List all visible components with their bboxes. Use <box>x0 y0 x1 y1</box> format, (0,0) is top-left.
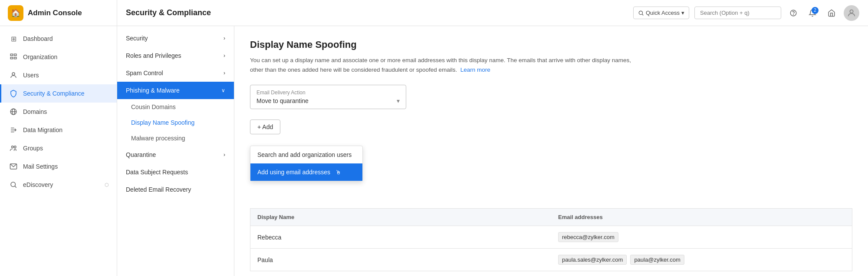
email-addresses-cell: rebecca@zylker.com <box>551 226 852 248</box>
sidebar-item-label: Groups <box>23 145 43 152</box>
chevron-down-icon: ∨ <box>221 87 225 93</box>
mail-icon <box>9 162 18 171</box>
sidebar-item-dashboard[interactable]: ⊞ Dashboard <box>0 30 117 48</box>
sidebar-item-label: Mail Settings <box>23 163 58 170</box>
dropdown-value: Move to quarantine <box>256 97 309 104</box>
sidebar-item-organization[interactable]: Organization <box>0 48 117 66</box>
sec-nav-malware-processing[interactable]: Malware processing <box>117 130 234 146</box>
sec-nav-spam-control[interactable]: Spam Control › <box>117 64 234 82</box>
sidebar-item-domains[interactable]: Domains <box>0 103 117 121</box>
sec-nav-label: Data Subject Requests <box>126 169 188 176</box>
sidebar-item-label: Organization <box>23 53 57 60</box>
sidebar-nav: ⊞ Dashboard Organization Users Security … <box>0 26 117 276</box>
chevron-right-icon: › <box>224 35 225 41</box>
svg-point-9 <box>14 146 16 148</box>
quick-access-button[interactable]: Quick Access ▾ <box>633 7 689 19</box>
cursor-icon: 🖱 <box>335 169 341 176</box>
shield-icon <box>9 89 18 98</box>
sec-nav-display-name-spoofing[interactable]: Display Name Spoofing <box>117 115 234 130</box>
users-icon <box>9 71 18 80</box>
migration-icon <box>9 126 18 134</box>
table-header: Display Name Email addresses <box>250 208 852 226</box>
search-org-users-option[interactable]: Search and add organization users <box>250 146 362 163</box>
search-input[interactable] <box>694 7 781 19</box>
sec-nav-cousin-domains[interactable]: Cousin Domains <box>117 99 234 115</box>
sec-nav-label: Deleted Email Recovery <box>126 186 191 193</box>
email-tag: rebecca@zylker.com <box>558 232 618 242</box>
sidebar-item-label: eDiscovery <box>23 181 53 188</box>
sidebar-item-groups[interactable]: Groups <box>0 139 117 157</box>
col-display-name: Display Name <box>250 209 551 226</box>
sec-nav-quarantine[interactable]: Quarantine › <box>117 146 234 163</box>
menu-item-label: Search and add organization users <box>257 151 352 158</box>
app-logo: 🏠 <box>8 5 23 21</box>
sec-nav-label: Spam Control <box>126 70 163 76</box>
table-row: Paula paula.sales@zylker.com paula@zylke… <box>250 248 852 271</box>
chevron-down-icon: ▾ <box>681 10 684 16</box>
sidebar-item-users[interactable]: Users <box>0 66 117 84</box>
sidebar-item-ediscovery[interactable]: eDiscovery ⬡ <box>0 176 117 194</box>
menu-item-label: Add using email addresses <box>257 169 330 176</box>
sec-nav-label: Quarantine <box>126 151 156 158</box>
add-email-addresses-option[interactable]: Add using email addresses 🖱 <box>250 163 362 181</box>
sec-nav-security[interactable]: Security › <box>117 30 234 47</box>
sidebar-item-security-compliance[interactable]: Security & Compliance <box>0 84 117 103</box>
sidebar-item-label: Domains <box>23 108 47 115</box>
sidebar-item-label: Dashboard <box>23 35 53 42</box>
svg-line-12 <box>15 186 16 187</box>
sec-nav-deleted-email-recovery[interactable]: Deleted Email Recovery <box>117 181 234 198</box>
email-tag: paula@zylker.com <box>630 255 684 265</box>
svg-rect-0 <box>10 54 13 56</box>
add-button[interactable]: + Add <box>250 120 280 134</box>
page-title: Security & Compliance <box>126 8 626 17</box>
sec-subnav-label: Display Name Spoofing <box>131 119 194 126</box>
chevron-down-icon: ▾ <box>397 97 400 104</box>
email-tag: paula.sales@zylker.com <box>558 255 627 265</box>
content-description: You can set up a display name and associ… <box>250 56 641 74</box>
home-button[interactable] <box>825 6 838 20</box>
left-sidebar: 🏠 Admin Console ⊞ Dashboard Organization… <box>0 0 117 276</box>
notifications-button[interactable]: 2 <box>806 6 819 20</box>
sidebar-header: 🏠 Admin Console <box>0 0 117 26</box>
svg-point-16 <box>793 14 794 15</box>
svg-line-14 <box>642 14 644 15</box>
chevron-right-icon: › <box>224 53 225 59</box>
content-title: Display Name Spoofing <box>250 39 852 50</box>
svg-point-17 <box>850 10 853 13</box>
main-content: Display Name Spoofing You can set up a d… <box>234 26 868 276</box>
sidebar-item-label: Data Migration <box>23 126 62 133</box>
sec-nav-phishing-malware[interactable]: Phishing & Malware ∨ <box>117 82 234 99</box>
sec-nav-label: Roles and Privileges <box>126 52 181 59</box>
user-avatar[interactable] <box>844 5 859 21</box>
help-button[interactable] <box>786 6 800 20</box>
quick-access-label: Quick Access <box>646 10 680 16</box>
top-header: Security & Compliance Quick Access ▾ 2 <box>117 0 868 26</box>
sec-nav-label: Security <box>126 35 148 42</box>
dropdown-label: Email Delivery Action <box>256 90 400 96</box>
display-name-value: Paula <box>257 256 273 263</box>
globe-icon <box>9 107 18 116</box>
svg-point-8 <box>12 146 14 148</box>
display-name-cell: Paula <box>250 249 551 271</box>
sidebar-item-data-migration[interactable]: Data Migration <box>0 121 117 139</box>
svg-rect-1 <box>14 54 16 56</box>
sec-nav-data-subject-requests[interactable]: Data Subject Requests <box>117 163 234 181</box>
sidebar-item-label: Users <box>23 72 39 79</box>
description-text: You can set up a display name and associ… <box>250 57 631 73</box>
sec-subnav-label: Malware processing <box>131 135 185 142</box>
sidebar-item-mail-settings[interactable]: Mail Settings <box>0 157 117 176</box>
email-addresses-cell: paula.sales@zylker.com paula@zylker.com <box>551 249 852 271</box>
sec-nav-roles-privileges[interactable]: Roles and Privileges › <box>117 47 234 64</box>
dropdown-value-row: Move to quarantine ▾ <box>256 97 400 104</box>
app-title: Admin Console <box>28 9 82 17</box>
table-row: Rebecca rebecca@zylker.com <box>250 226 852 248</box>
display-name-value: Rebecca <box>257 234 281 241</box>
ediscovery-icon <box>9 180 18 189</box>
sec-nav-label: Phishing & Malware <box>126 87 180 94</box>
svg-point-13 <box>639 11 642 14</box>
learn-more-link[interactable]: Learn more <box>460 67 490 73</box>
col-email-addresses: Email addresses <box>551 209 852 226</box>
main-area: Security & Compliance Quick Access ▾ 2 <box>117 0 868 276</box>
email-delivery-action-dropdown[interactable]: Email Delivery Action Move to quarantine… <box>250 85 406 109</box>
organization-icon <box>9 53 18 61</box>
